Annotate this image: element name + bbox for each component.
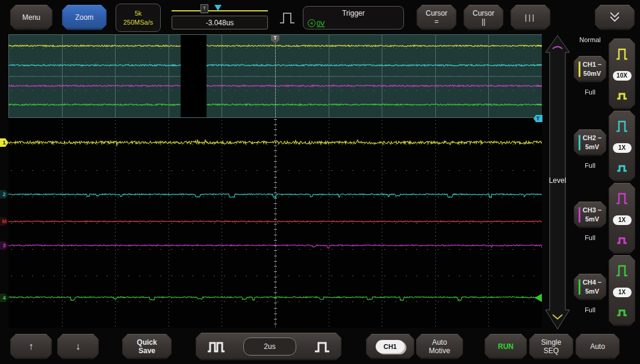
level-label: Level xyxy=(543,176,572,185)
quick-save-button[interactable]: Quick Save xyxy=(122,334,172,359)
ch1-attenuation-badge: 10X xyxy=(613,71,632,81)
zoom-button[interactable]: Zoom xyxy=(62,5,107,30)
pulse-tall-icon xyxy=(615,48,629,61)
cursor-parallel-label1: Cursor xyxy=(473,9,494,17)
run-stop-button[interactable]: RUN xyxy=(485,334,527,359)
zoom-label: Zoom xyxy=(75,13,94,22)
bars-icon: ||| xyxy=(525,13,536,22)
ch1-bandwidth-label: Full xyxy=(574,88,606,96)
channel-panel: Normal CH1 − 50mV 10X Full CH2 − 5mV 1X xyxy=(572,34,640,332)
delay-value: -3.048us xyxy=(206,19,234,27)
auto-button[interactable]: Auto xyxy=(576,334,620,359)
ch3-probe-button[interactable]: 1X xyxy=(609,183,635,254)
acquisition-overview-display[interactable] xyxy=(8,34,542,118)
delay-value-box[interactable]: -3.048us xyxy=(172,16,268,29)
trigger-slope-icon[interactable] xyxy=(279,11,295,25)
sample-rate: 250MSa/s xyxy=(123,18,154,27)
ch4-label: CH4 − xyxy=(583,278,602,287)
trigger-level-slider[interactable]: Level xyxy=(543,34,572,332)
single-seq-button[interactable]: Single SEQ xyxy=(529,334,573,359)
cursor-equal-button[interactable]: Cursor = xyxy=(417,5,456,30)
math-badge[interactable]: M xyxy=(0,217,8,226)
ch1-probe-button[interactable]: 10X xyxy=(609,39,635,110)
cursor-parallel-button[interactable]: Cursor || xyxy=(464,5,503,30)
auto-label: Auto xyxy=(590,342,605,351)
move-up-button[interactable]: ↑ xyxy=(10,334,52,359)
ch4-button[interactable]: CH4 − 5mV xyxy=(574,274,606,300)
down-arrow-icon: ↓ xyxy=(76,341,81,352)
ch2-button[interactable]: CH2 − 5mV xyxy=(574,129,606,156)
trigger-time-marker-icon[interactable]: T xyxy=(200,4,208,13)
cursor-equal-label2: = xyxy=(434,17,438,26)
channel4-badge[interactable]: 4 xyxy=(0,294,8,302)
timebase-widget: 2us xyxy=(196,333,341,360)
move-down-button[interactable]: ↓ xyxy=(57,334,99,359)
acquisition-info-box[interactable]: 5k 250MSa/s xyxy=(116,4,161,32)
pulse-short-icon xyxy=(617,307,627,317)
timebase-value: 2us xyxy=(264,342,275,351)
ch3-label: CH3 − xyxy=(583,206,602,215)
pulse-tall-icon xyxy=(615,264,629,277)
single-seq-label1: Single xyxy=(541,338,561,347)
memory-depth: 5k xyxy=(135,9,142,18)
pulse-tall-icon xyxy=(615,120,629,133)
up-arrow-icon: ↑ xyxy=(29,341,34,352)
ch2-scale: 5mV xyxy=(583,143,602,152)
trigger-level-value: 0V xyxy=(317,20,325,27)
trigger-level-marker-icon[interactable] xyxy=(535,294,542,302)
channel1-badge[interactable]: 1 xyxy=(0,138,8,147)
window-position-marker-icon[interactable] xyxy=(214,5,222,11)
cursor-parallel-label2: || xyxy=(482,17,485,26)
double-chevron-down-icon xyxy=(607,11,622,24)
ch2-attenuation-badge: 1X xyxy=(613,143,632,153)
ch4-color-bar xyxy=(579,279,580,295)
ch3-color-bar xyxy=(579,207,580,223)
collapse-panel-button[interactable] xyxy=(595,5,635,30)
run-status-label: RUN xyxy=(498,342,514,351)
auto-motive-label1: Auto xyxy=(432,338,447,347)
ch1-scale: 50mV xyxy=(583,69,602,78)
ch3-bandwidth-label: Full xyxy=(574,234,606,241)
waveform-display[interactable] xyxy=(8,118,542,328)
bars-button[interactable]: ||| xyxy=(511,5,550,30)
cursor-equal-label1: Cursor xyxy=(426,9,447,17)
single-seq-label2: SEQ xyxy=(544,347,559,355)
timebase-zoom-out-icon[interactable] xyxy=(208,340,225,353)
ch3-attenuation-badge: 1X xyxy=(613,215,632,225)
auto-motive-label2: Motive xyxy=(429,347,450,355)
auto-motive-button[interactable]: Auto Motive xyxy=(416,334,463,359)
menu-button[interactable]: Menu xyxy=(10,5,52,30)
trigger-info-box[interactable]: Trigger 4 0V xyxy=(303,6,404,29)
pulse-short-icon xyxy=(617,163,627,173)
ch1-button[interactable]: CH1 − 50mV xyxy=(574,56,606,82)
channel3-badge[interactable]: 3 xyxy=(0,241,8,250)
timebase-value-button[interactable]: 2us xyxy=(243,338,296,356)
horizontal-position-widget[interactable]: T -3.048us xyxy=(170,1,269,30)
trigger-mode-label: Normal xyxy=(572,36,608,43)
trigger-source-channel-icon: 4 xyxy=(308,19,315,27)
channel-select-button[interactable]: CH1 xyxy=(366,334,414,359)
ch3-button[interactable]: CH3 − 5mV xyxy=(574,202,606,228)
ch4-probe-button[interactable]: 1X xyxy=(609,255,635,326)
ch2-label: CH2 − xyxy=(583,134,602,143)
channel-select-value: CH1 xyxy=(376,340,405,353)
quick-save-label2: Save xyxy=(138,347,155,355)
ch2-color-bar xyxy=(579,135,580,150)
oscilloscope-app: Menu Zoom 5k 250MSa/s T -3.048us Trigger… xyxy=(0,0,640,364)
ch1-label: CH1 − xyxy=(583,60,602,69)
pulse-short-icon xyxy=(617,235,627,245)
ch2-probe-button[interactable]: 1X xyxy=(609,111,635,182)
channel2-badge[interactable]: 2 xyxy=(0,190,8,199)
ch4-attenuation-badge: 1X xyxy=(613,288,632,297)
menu-label: Menu xyxy=(22,13,40,22)
pulse-short-icon xyxy=(617,91,627,100)
timebase-zoom-in-icon[interactable] xyxy=(315,340,329,353)
ch1-color-bar xyxy=(579,61,580,77)
quick-save-label1: Quick xyxy=(137,338,157,347)
ch2-bandwidth-label: Full xyxy=(574,162,606,169)
pulse-tall-icon xyxy=(615,192,629,205)
trigger-title: Trigger xyxy=(303,9,403,17)
ch4-bandwidth-label: Full xyxy=(574,306,606,313)
ch4-scale: 5mV xyxy=(583,287,602,296)
trigger-source-status: 4 0V xyxy=(308,19,325,27)
